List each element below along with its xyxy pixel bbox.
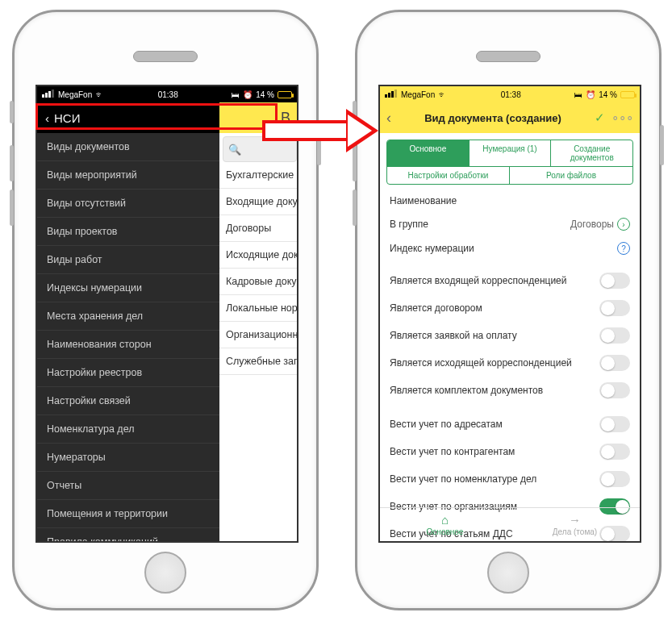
sidebar-item[interactable]: Виды отсутствий <box>37 190 219 218</box>
alarm-icon-2: ⏰ <box>586 90 595 99</box>
sidebar-item[interactable]: Номенклатура дел <box>37 415 219 444</box>
screen-right: MegaFon ᯤ 01:38 🛏 ⏰ 14 % ‹ Вид документа… <box>378 85 641 543</box>
home-button[interactable] <box>487 552 529 594</box>
battery-icon <box>620 91 635 98</box>
tab[interactable]: Создание документов <box>551 140 632 167</box>
toggle-switch[interactable] <box>599 416 630 432</box>
battery-pct: 14 % <box>599 90 617 99</box>
status-bar: MegaFon ᯤ 01:38 🛏 ⏰ 14 % <box>37 86 297 102</box>
signal-icon <box>385 90 398 99</box>
toggle-label: Является комплектом документов <box>390 385 543 396</box>
sidebar-item[interactable]: Отчеты <box>37 472 219 500</box>
sidebar-item[interactable]: Нумераторы <box>37 444 219 472</box>
tab[interactable]: Настройки обработки <box>387 167 510 184</box>
battery-pct: 14 % <box>256 90 274 99</box>
toggle-label: Вести учет по номенклатуре дел <box>390 473 536 485</box>
tab[interactable]: Роли файлов <box>510 167 632 184</box>
toggle-switch[interactable] <box>599 382 630 398</box>
sidebar-item[interactable]: Места хранения дел <box>37 302 219 331</box>
wifi-icon: ᯤ <box>438 90 447 99</box>
tab[interactable]: Нумерация (1) <box>470 140 552 167</box>
home-icon: ⌂ <box>441 513 449 527</box>
more-icon[interactable]: ∘∘∘ <box>611 110 633 125</box>
tab[interactable]: Основное <box>387 140 470 167</box>
sidebar-item[interactable]: Правила коммуникаций <box>37 528 219 541</box>
battery-icon <box>278 91 292 98</box>
toggle-label: Является входящей корреспонденцией <box>390 275 566 286</box>
toggle-switch[interactable] <box>599 471 630 487</box>
tab-bar: ОсновноеНумерация (1)Создание документов… <box>386 140 633 185</box>
field-label: Индекс нумерации <box>390 243 474 254</box>
highlight-rectangle <box>35 103 278 130</box>
sidebar-item[interactable]: Наименования сторон <box>37 331 219 359</box>
alarm-icon-2: ⏰ <box>243 90 253 99</box>
back-button[interactable]: ‹ <box>386 110 391 127</box>
field-name[interactable]: Наименование <box>390 190 630 212</box>
toggle-row[interactable]: Вести учет по номенклатуре дел <box>390 465 630 493</box>
toggle-switch[interactable] <box>599 327 630 344</box>
toggle-row[interactable]: Является договором <box>390 294 630 322</box>
clock-label: 01:38 <box>501 90 521 99</box>
toggle-label: Вести учет по контрагентам <box>390 446 515 457</box>
signal-icon <box>42 90 55 99</box>
field-group[interactable]: В группе Договоры › <box>390 212 630 236</box>
bottom-tab[interactable]: ⌂Основное <box>380 508 510 541</box>
sidebar-item[interactable]: Настройки реестров <box>37 359 219 387</box>
phone-mockup-left: MegaFon ᯤ 01:38 🛏 ⏰ 14 % ≡ В ‹ НСИ Виды … <box>12 10 319 610</box>
list-item[interactable]: Организационн <box>219 322 297 348</box>
bottom-tab-label: Дела (тома) <box>553 527 597 536</box>
carrier-label: MegaFon <box>401 90 435 99</box>
field-label: В группе <box>390 219 428 230</box>
background-list: 🔍 БухгалтерскиеВходящие докуДоговорыИсхо… <box>219 133 297 541</box>
toggle-switch[interactable] <box>599 300 630 316</box>
toggle-switch[interactable] <box>599 273 630 289</box>
list-item[interactable]: Входящие доку <box>219 189 297 215</box>
list-item[interactable]: Договоры <box>219 215 297 242</box>
toggle-row[interactable]: Вести учет по адресатам <box>390 410 630 438</box>
field-label: Наименование <box>390 195 457 206</box>
status-bar: MegaFon ᯤ 01:38 🛏 ⏰ 14 % <box>380 86 640 102</box>
toggle-row[interactable]: Является входящей корреспонденцией <box>390 267 630 294</box>
toggle-label: Является заявкой на оплату <box>390 330 517 341</box>
page-header: ‹ Вид документа (создание) ✓ ∘∘∘ <box>380 102 640 133</box>
arrow-right-icon: → <box>569 513 581 527</box>
toggle-row[interactable]: Является исходящей корреспонденцией <box>390 349 630 377</box>
search-icon: 🔍 <box>228 144 241 156</box>
sidebar-item[interactable]: Виды мероприятий <box>37 161 219 190</box>
sidebar-item[interactable]: Настройки связей <box>37 387 219 415</box>
alarm-icon: 🛏 <box>574 90 582 99</box>
page-title: Вид документа (создание) <box>424 112 561 124</box>
bottom-tab-label: Основное <box>427 527 464 536</box>
sidebar-panel: ‹ НСИ Виды документовВиды мероприятийВид… <box>37 102 219 541</box>
list-item[interactable]: Исходящие док <box>219 242 297 269</box>
sidebar-item[interactable]: Виды проектов <box>37 218 219 246</box>
clock-label: 01:38 <box>158 90 178 99</box>
toggle-switch[interactable] <box>599 444 630 460</box>
help-icon[interactable]: ? <box>617 242 630 255</box>
toggle-switch[interactable] <box>599 355 630 371</box>
home-button[interactable] <box>144 552 186 594</box>
carrier-label: MegaFon <box>58 90 92 99</box>
transition-arrow <box>262 111 383 150</box>
list-item[interactable]: Локальные нор <box>219 295 297 322</box>
toggle-row[interactable]: Вести учет по контрагентам <box>390 438 630 465</box>
screen-left: MegaFon ᯤ 01:38 🛏 ⏰ 14 % ≡ В ‹ НСИ Виды … <box>35 85 298 543</box>
confirm-icon[interactable]: ✓ <box>595 110 605 125</box>
chevron-right-icon[interactable]: › <box>617 218 630 231</box>
toggle-label: Вести учет по адресатам <box>390 419 503 430</box>
phone-mockup-right: MegaFon ᯤ 01:38 🛏 ⏰ 14 % ‹ Вид документа… <box>355 10 662 610</box>
sidebar-item[interactable]: Виды документов <box>37 133 219 161</box>
list-item[interactable]: Бухгалтерские <box>219 162 297 189</box>
sidebar-item[interactable]: Помещения и территории <box>37 500 219 528</box>
list-item[interactable]: Кадровые доку <box>219 269 297 295</box>
toggle-row[interactable]: Является комплектом документов <box>390 377 630 404</box>
bottom-tab[interactable]: →Дела (тома) <box>510 508 640 541</box>
bottom-tab-bar: ⌂Основное→Дела (тома) <box>380 507 640 541</box>
list-item[interactable]: Служебные зап <box>219 348 297 375</box>
sidebar-item[interactable]: Индексы нумерации <box>37 274 219 302</box>
alarm-icon: 🛏 <box>232 90 240 99</box>
sidebar-item[interactable]: Виды работ <box>37 246 219 274</box>
field-index[interactable]: Индекс нумерации ? <box>390 236 630 260</box>
form-body: Наименование В группе Договоры › Индекс … <box>380 185 640 543</box>
toggle-row[interactable]: Является заявкой на оплату <box>390 322 630 349</box>
